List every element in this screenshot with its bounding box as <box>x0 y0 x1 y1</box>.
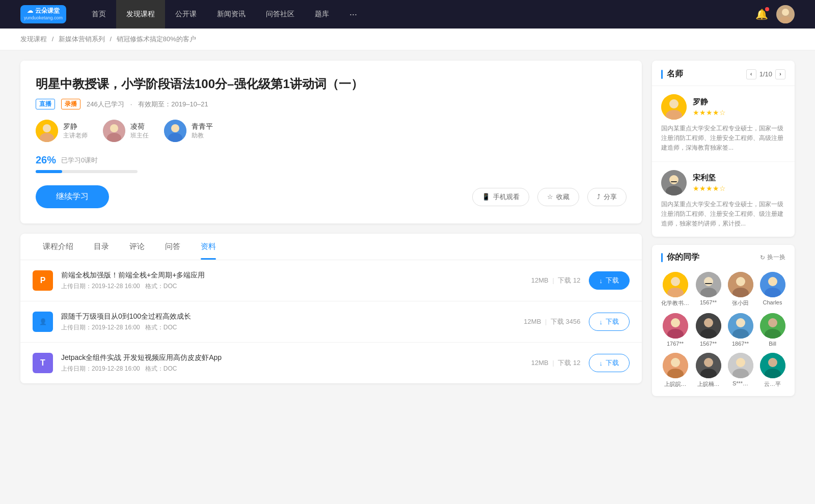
nav-item-qa[interactable]: 问答社区 <box>256 0 305 29</box>
svg-point-10 <box>171 124 179 132</box>
svg-point-54 <box>768 358 777 367</box>
course-tabs-card: 课程介绍 目录 评论 问答 资料 P 前端全栈加强版！前端全栈+全周期+多端应用… <box>20 234 642 383</box>
resource-icon-2: T <box>33 353 53 373</box>
resource-stats-0: 12MB | 下载 12 <box>531 276 581 285</box>
teacher-pagination: ‹ 1/10 › <box>746 69 785 79</box>
resource-name-1: 跟随千万级项目从0到100全过程高效成长 <box>61 312 515 321</box>
teachers-next-btn[interactable]: › <box>775 69 785 79</box>
download-icon-0: ↓ <box>600 277 603 285</box>
nav-item-home[interactable]: 首页 <box>82 0 116 29</box>
favorite-label: 收藏 <box>556 192 569 202</box>
classmate-name-6: 1867** <box>732 341 749 347</box>
teacher-name-stars-0: 罗静 ★★★★☆ <box>693 97 726 117</box>
progress-percent: 26% <box>36 154 56 166</box>
classmate-avatar-5 <box>696 313 721 339</box>
nav-item-news[interactable]: 新闻资讯 <box>207 0 256 29</box>
logo-area[interactable]: ☁ 云朵课堂yunduoketang.com <box>20 5 66 23</box>
classmate-avatar-10 <box>728 353 753 378</box>
classmate-name-4: 1767** <box>667 341 684 347</box>
classmate-name-11: 云…平 <box>764 380 781 388</box>
download-button-1[interactable]: ↓ 下载 <box>589 313 630 331</box>
tab-resources[interactable]: 资料 <box>191 234 226 260</box>
tabs-content: P 前端全栈加强版！前端全栈+全周期+多端应用 上传日期：2019-12-28 … <box>20 260 642 383</box>
teacher-avatar-2 <box>164 120 186 142</box>
svg-point-27 <box>736 277 745 286</box>
share-icon: ⤴ <box>597 193 601 201</box>
classmates-title: 你的同学 <box>661 252 699 263</box>
tabs-header: 课程介绍 目录 评论 问答 资料 <box>20 234 642 260</box>
mobile-watch-button[interactable]: 📱 手机观看 <box>472 188 529 206</box>
continue-button[interactable]: 继续学习 <box>36 185 109 208</box>
bell-icon[interactable]: 🔔 <box>755 8 768 20</box>
classmate-avatar-7 <box>760 313 785 339</box>
sidebar-teacher-avatar-1 <box>661 170 687 195</box>
right-sidebar: 名师 ‹ 1/10 › <box>652 61 795 404</box>
sidebar-teacher-1: 宋利坚 ★★★★☆ 国内某重点大学安全工程专业硕士，国家一级注册消防工程师、注册… <box>652 162 795 237</box>
course-sep: · <box>130 100 132 108</box>
teacher-avatar-1 <box>103 120 125 142</box>
svg-point-30 <box>768 277 777 286</box>
tab-intro[interactable]: 课程介绍 <box>33 234 84 260</box>
download-icon-1: ↓ <box>600 318 603 326</box>
classmate-name-0: 化学教书… <box>661 299 689 307</box>
refresh-icon: ↻ <box>760 254 765 261</box>
resource-info-2: Jetpack全组件实战 开发短视频应用高仿皮皮虾App 上传日期：2019-1… <box>61 353 523 373</box>
sidebar-teacher-desc-0: 国内某重点大学安全工程专业硕士，国家一级注册消防工程师、注册安全工程师、高级注册… <box>661 124 785 153</box>
classmate-5: 1567** <box>695 313 721 347</box>
tab-catalog[interactable]: 目录 <box>84 234 119 260</box>
svg-point-48 <box>704 358 713 367</box>
teacher-name-stars-1: 宋利坚 ★★★★☆ <box>693 173 726 192</box>
svg-rect-25 <box>705 283 712 284</box>
sidebar-teacher-avatar-0 <box>661 94 687 120</box>
classmate-avatar-9 <box>696 353 721 378</box>
svg-point-4 <box>43 124 51 132</box>
breadcrumb-link-2[interactable]: 新媒体营销系列 <box>59 35 105 43</box>
nav-item-discover[interactable]: 发现课程 <box>116 0 165 29</box>
resource-stats-2: 12MB | 下载 12 <box>531 358 581 368</box>
sidebar-teacher-desc-1: 国内某重点大学安全工程专业硕士，国家一级注册消防工程师、注册安全工程师、级注册建… <box>661 200 785 229</box>
course-title: 明星中教授课，小学阶段语法100分–强化级第1讲动词（一） <box>36 76 627 92</box>
svg-point-23 <box>704 277 713 286</box>
nav-item-open[interactable]: 公开课 <box>165 0 207 29</box>
refresh-classmates-btn[interactable]: ↻ 换一换 <box>760 253 785 262</box>
resource-info-1: 跟随千万级项目从0到100全过程高效成长 上传日期：2019-12-28 16:… <box>61 312 515 332</box>
nav-item-exam[interactable]: 题库 <box>305 0 339 29</box>
classmates-sidebar-card: 你的同学 ↻ 换一换 化学教书… 156 <box>652 245 795 396</box>
download-button-2[interactable]: ↓ 下载 <box>589 354 630 372</box>
teacher-role-0: 主讲老师 <box>63 131 88 140</box>
classmate-name-9: 上皖楠… <box>697 380 720 388</box>
classmate-avatar-6 <box>728 313 753 339</box>
classmate-4: 1767** <box>661 313 689 347</box>
svg-point-51 <box>736 358 745 367</box>
tag-record: 录播 <box>61 99 80 109</box>
teachers-list: 罗静 主讲老师 凌荷 班主任 <box>36 120 627 142</box>
classmate-avatar-3 <box>760 272 785 297</box>
teacher-0: 罗静 主讲老师 <box>36 120 88 142</box>
svg-point-20 <box>671 277 680 286</box>
teachers-card-header: 名师 ‹ 1/10 › <box>652 61 795 86</box>
share-button[interactable]: ⤴ 分享 <box>587 188 627 206</box>
teachers-prev-btn[interactable]: ‹ <box>746 69 756 79</box>
classmate-8: 上皖皖… <box>661 353 689 388</box>
download-button-0[interactable]: ↓ 下载 <box>589 271 630 290</box>
course-actions: 继续学习 📱 手机观看 ☆ 收藏 ⤴ 分享 <box>36 185 627 208</box>
tab-comments[interactable]: 评论 <box>119 234 155 260</box>
left-content: 明星中教授课，小学阶段语法100分–强化级第1讲动词（一） 直播 录播 246人… <box>20 61 642 404</box>
breadcrumb-link-3[interactable]: 销冠修炼术搞定80%的客户 <box>117 35 196 43</box>
classmate-10: S***… <box>727 353 753 388</box>
tab-qa[interactable]: 问答 <box>155 234 191 260</box>
classmate-3: Charles <box>759 272 785 307</box>
resource-meta-1: 上传日期：2019-12-28 16:00 格式：DOC <box>61 323 515 332</box>
breadcrumb-link-1[interactable]: 发现课程 <box>20 35 47 43</box>
favorite-button[interactable]: ☆ 收藏 <box>537 188 579 206</box>
nav-more[interactable]: ··· <box>339 0 367 29</box>
user-avatar-nav[interactable] <box>776 5 795 23</box>
resource-info-0: 前端全栈加强版！前端全栈+全周期+多端应用 上传日期：2019-12-28 16… <box>61 271 523 291</box>
classmate-name-2: 张小田 <box>732 299 749 307</box>
share-label: 分享 <box>604 192 617 202</box>
teacher-name-2: 青青平 <box>192 122 213 131</box>
resource-icon-0: P <box>33 270 53 291</box>
classmates-grid: 化学教书… 1567** 张小田 <box>652 268 795 396</box>
breadcrumb: 发现课程 / 新媒体营销系列 / 销冠修炼术搞定80%的客户 <box>0 29 815 50</box>
mobile-icon: 📱 <box>482 193 490 201</box>
